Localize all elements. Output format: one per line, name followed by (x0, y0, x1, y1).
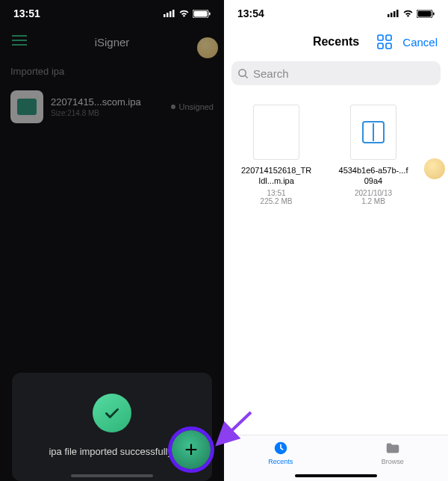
search-placeholder: Search (253, 67, 289, 80)
home-indicator (71, 474, 153, 477)
status-time: 13:54 (237, 7, 264, 19)
ipa-meta: 22071415...scom.ipa Size:214.8 MB (51, 96, 164, 117)
file-thumbnail (347, 100, 399, 160)
folder-icon (385, 440, 401, 456)
file-item[interactable]: 4534b1e6-a57b-...f09a4 2021/10/13 1.2 MB (337, 100, 409, 205)
svg-rect-13 (433, 12, 435, 15)
status-time: 13:51 (13, 7, 40, 19)
ipa-status: Unsigned (171, 102, 214, 111)
tab-browse[interactable]: Browse (382, 440, 404, 465)
avatar-sticker (424, 158, 445, 179)
file-time: 2021/10/13 (355, 189, 392, 197)
file-item[interactable]: 220714152618_TRIdl...m.ipa 13:51 225.2 M… (240, 100, 312, 205)
tab-label: Browse (382, 458, 404, 465)
svg-rect-10 (396, 10, 399, 17)
svg-rect-14 (378, 35, 383, 40)
cancel-button[interactable]: Cancel (402, 36, 438, 49)
wifi-icon (178, 10, 190, 18)
file-thumbnail (250, 100, 302, 160)
wifi-icon (402, 10, 414, 18)
svg-rect-7 (388, 14, 390, 17)
file-name: 220714152618_TRIdl...m.ipa (240, 166, 312, 187)
status-dot-icon (171, 105, 175, 109)
ipa-thumbnail (10, 90, 43, 123)
svg-rect-3 (172, 10, 175, 17)
file-time: 13:51 (267, 189, 285, 197)
file-size: 1.2 MB (361, 197, 385, 205)
menu-icon[interactable] (12, 35, 27, 49)
plus-icon: + (184, 438, 198, 461)
battery-icon (193, 10, 211, 18)
svg-rect-8 (391, 13, 393, 17)
status-text: Unsigned (179, 102, 214, 111)
search-icon (237, 68, 249, 79)
cellular-icon (388, 10, 399, 17)
ipa-name: 22071415...scom.ipa (51, 96, 164, 108)
fab-container: + (172, 430, 211, 469)
files-picker-screen: 13:54 Recents Cancel Search 220714152618… (224, 0, 448, 481)
status-indicators (388, 10, 435, 18)
file-size: 225.2 MB (261, 197, 293, 205)
app-title: iSigner (95, 36, 130, 49)
app-header: iSigner (0, 27, 224, 57)
status-bar: 13:51 (0, 0, 224, 27)
svg-rect-12 (418, 10, 432, 16)
add-button[interactable]: + (172, 430, 211, 469)
home-indicator (295, 474, 377, 477)
svg-rect-9 (393, 11, 396, 17)
battery-icon (417, 10, 435, 18)
section-label: Imported ipa (10, 66, 214, 77)
tab-label: Recents (268, 458, 293, 465)
view-mode-icon[interactable] (377, 34, 392, 49)
svg-rect-1 (167, 13, 169, 17)
picker-title: Recents (313, 35, 359, 49)
svg-rect-16 (378, 43, 383, 49)
tab-recents[interactable]: Recents (268, 440, 293, 465)
svg-rect-0 (164, 14, 166, 17)
svg-rect-5 (194, 10, 208, 16)
svg-rect-6 (209, 12, 211, 15)
main-content: Imported ipa 22071415...scom.ipa Size:21… (0, 57, 224, 331)
isigner-screen: 13:51 iSigner Imported ipa 22071415...sc… (0, 0, 224, 481)
search-input[interactable]: Search (231, 61, 441, 85)
ipa-row[interactable]: 22071415...scom.ipa Size:214.8 MB Unsign… (10, 86, 214, 128)
file-name: 4534b1e6-a57b-...f09a4 (337, 166, 409, 187)
audio-icon (362, 121, 385, 143)
status-indicators (164, 10, 211, 18)
clock-icon (273, 440, 289, 456)
picker-header: Recents Cancel (224, 27, 448, 57)
avatar-sticker (197, 37, 218, 58)
cellular-icon (164, 10, 175, 17)
ipa-size: Size:214.8 MB (51, 109, 164, 117)
svg-rect-15 (386, 35, 391, 40)
svg-point-18 (239, 69, 246, 75)
check-icon (93, 394, 131, 432)
svg-rect-17 (386, 43, 391, 49)
file-grid: 220714152618_TRIdl...m.ipa 13:51 225.2 M… (224, 96, 448, 210)
success-message: ipa file imported successfully! (49, 446, 175, 457)
svg-rect-2 (169, 11, 172, 17)
status-bar: 13:54 (224, 0, 448, 27)
